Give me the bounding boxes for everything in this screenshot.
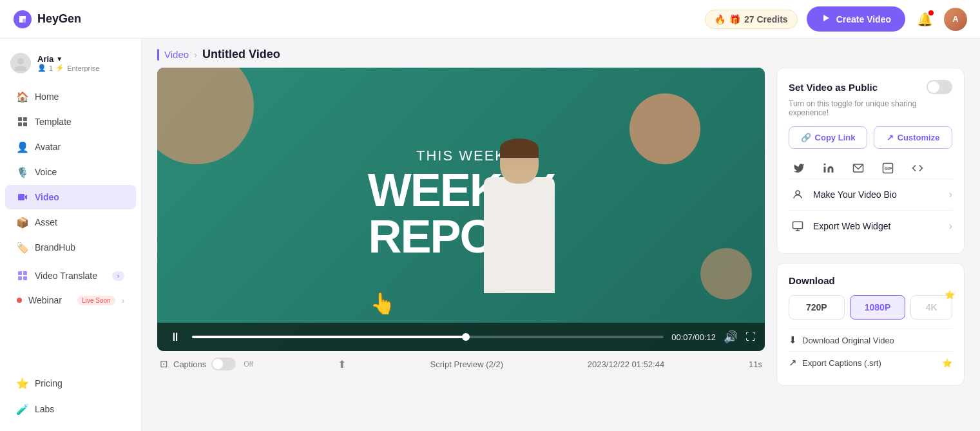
notification-dot (928, 10, 934, 15)
toggle-knob (928, 81, 939, 93)
translate-badge: › (112, 271, 124, 281)
export-web-widget-row[interactable]: Export Web Widget › (789, 210, 952, 242)
main-content: Aria ▼ 👤 1 ⚡ Enterprise 🏠 Home (0, 39, 980, 431)
sidebar-item-asset[interactable]: 📦 Asset (5, 210, 136, 235)
video-avatar-figure (455, 139, 584, 319)
public-toggle-switch[interactable] (927, 80, 952, 94)
fullscreen-button[interactable]: ⛶ (745, 331, 756, 343)
svg-point-13 (824, 164, 826, 166)
quality-720-button[interactable]: 720P (789, 295, 845, 320)
code-icon[interactable] (907, 158, 928, 178)
webinar-chevron: › (122, 296, 124, 305)
user-name[interactable]: Aria ▼ (37, 54, 99, 64)
export-captions-label: Export Captions (.srt) (802, 358, 881, 368)
bio-chevron-icon: › (949, 189, 952, 200)
linkedin-icon[interactable] (818, 158, 839, 178)
make-video-bio-row[interactable]: Make Your Video Bio › (789, 178, 952, 210)
export-icon: ↗ (789, 357, 797, 369)
volume-button[interactable]: 🔊 (724, 330, 738, 344)
breadcrumb-parent-link[interactable]: Video (164, 49, 189, 60)
svg-point-2 (17, 58, 24, 64)
svg-rect-5 (23, 117, 27, 121)
widget-icon (789, 217, 807, 235)
credits-button[interactable]: 🔥 🎁 27 Credits (705, 10, 798, 29)
top-bar: HeyGen 🔥 🎁 27 Credits Create Video 🔔 A (0, 0, 980, 39)
logo-text: HeyGen (37, 12, 81, 26)
sidebar-item-labs[interactable]: 🧪 Labs (5, 397, 136, 421)
user-section: Aria ▼ 👤 1 ⚡ Enterprise (0, 48, 141, 84)
twitter-icon[interactable] (789, 158, 809, 178)
svg-point-3 (15, 66, 26, 71)
right-panel: Set Video as Public Turn on this toggle … (765, 68, 965, 425)
download-title: Download (789, 275, 952, 286)
bg-circle-right-bottom (700, 248, 752, 300)
quality-1080-button[interactable]: 1080P (850, 295, 906, 320)
sidebar-item-pricing[interactable]: ⭐ Pricing (5, 371, 136, 396)
set-public-label: Set Video as Public (789, 82, 878, 93)
breadcrumb-separator: › (194, 49, 197, 60)
sidebar-item-video[interactable]: Video (5, 185, 136, 209)
logo[interactable]: HeyGen (13, 10, 81, 29)
captions-icon: ⊡ (160, 358, 168, 370)
translate-icon (17, 270, 28, 282)
top-bar-actions: 🔥 🎁 27 Credits Create Video 🔔 A (705, 6, 967, 32)
progress-knob (462, 333, 470, 341)
breadcrumb-accent (157, 49, 159, 61)
gif-icon[interactable]: GIF (878, 158, 898, 178)
home-icon: 🏠 (17, 91, 28, 102)
quality-4k-star: ⭐ (945, 290, 955, 300)
customize-button[interactable]: ↗ Customize (874, 126, 952, 149)
export-captions-link[interactable]: ↗ Export Captions (.srt) ⭐ (789, 351, 952, 374)
download-original-label: Download Original Video (802, 336, 894, 345)
sidebar-item-webinar[interactable]: Webinar Live Soon › (5, 289, 136, 312)
sidebar-item-home[interactable]: 🏠 Home (5, 84, 136, 109)
video-icon (821, 13, 831, 25)
notification-button[interactable]: 🔔 (914, 9, 935, 30)
export-web-widget-label: Export Web Widget (813, 221, 890, 231)
voice-icon: 🎙️ (17, 166, 28, 178)
chevron-down-icon: ▼ (56, 55, 62, 62)
video-player[interactable]: THIS WEEK WEEKLY REPORT (157, 68, 765, 351)
enterprise-badge: ⚡ (55, 64, 64, 72)
captions-toggle[interactable] (211, 358, 236, 370)
video-section: THIS WEEK WEEKLY REPORT (157, 68, 765, 425)
user-meta: 👤 1 ⚡ Enterprise (37, 64, 99, 72)
svg-marker-1 (823, 15, 829, 21)
upload-icon[interactable]: ⬆ (338, 358, 346, 370)
sidebar-item-video-translate[interactable]: Video Translate › (5, 263, 136, 288)
video-background: THIS WEEK WEEKLY REPORT (157, 68, 765, 351)
download-icon: ⬇ (789, 334, 797, 346)
customize-icon: ↗ (887, 133, 894, 142)
email-icon[interactable] (848, 158, 869, 178)
pricing-icon: ⭐ (17, 378, 28, 389)
copy-icon: 🔗 (801, 133, 811, 142)
breadcrumb-current: Untitled Video (202, 48, 280, 61)
download-original-link[interactable]: ⬇ Download Original Video (789, 329, 952, 351)
copy-link-button[interactable]: 🔗 Copy Link (789, 126, 867, 149)
make-video-bio-left: Make Your Video Bio (789, 186, 897, 204)
user-info: Aria ▼ 👤 1 ⚡ Enterprise (37, 54, 99, 72)
download-card: Download 720P 1080P 4K ⭐ ⬇ Download Orig… (776, 263, 965, 386)
pause-button[interactable]: ⏸ (166, 328, 184, 346)
sidebar-item-avatar[interactable]: 👤 Avatar (5, 135, 136, 159)
video-progress-bar[interactable] (192, 336, 664, 338)
sidebar-item-template[interactable]: Template (5, 110, 136, 134)
gift-icon: 🎁 (729, 14, 740, 24)
public-toggle-row: Set Video as Public (789, 80, 952, 94)
bio-icon (789, 186, 807, 204)
sidebar-item-brandhub[interactable]: 🏷️ BrandHub (5, 235, 136, 260)
webinar-live-dot (17, 298, 22, 303)
create-video-button[interactable]: Create Video (807, 6, 905, 32)
time-display: 00:07/00:12 (671, 332, 716, 342)
duration-label: 11s (749, 359, 762, 369)
share-buttons: 🔗 Copy Link ↗ Customize (789, 126, 952, 149)
bg-circle-right-top (629, 93, 700, 164)
svg-rect-11 (18, 276, 22, 280)
sidebar-item-voice[interactable]: 🎙️ Voice (5, 160, 136, 184)
captions-label: Captions (173, 359, 206, 369)
export-web-widget-left: Export Web Widget (789, 217, 890, 235)
content-row: THIS WEEK WEEKLY REPORT (142, 68, 980, 431)
main-area: Video › Untitled Video THIS (142, 39, 980, 431)
progress-fill (192, 336, 466, 338)
user-avatar[interactable]: A (944, 8, 967, 31)
